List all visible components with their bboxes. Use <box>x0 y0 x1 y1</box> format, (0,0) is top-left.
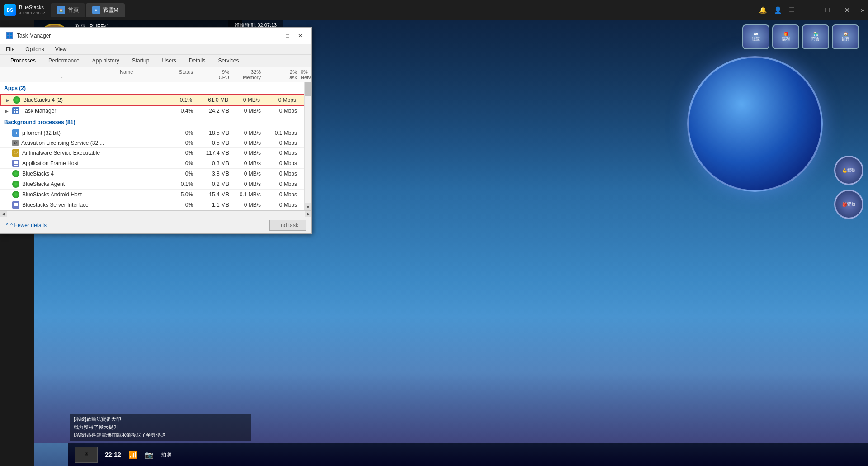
tm-scroll-thumb[interactable] <box>305 82 311 96</box>
row-appframehost-memory: 0.3 MB <box>197 160 233 166</box>
bsagent-proc-icon <box>12 181 19 188</box>
svg-rect-4 <box>14 109 15 110</box>
row-bs4-name: BlueStacks 4 <box>22 171 54 177</box>
bsserver-proc-icon <box>12 201 19 209</box>
tab-apphistory[interactable]: App history <box>86 55 126 67</box>
top-icon-home[interactable]: 🏠首頁 <box>832 24 859 49</box>
col-network[interactable]: 0% Network <box>301 69 308 80</box>
row-antimalware[interactable]: ▶ 🛡 Antimalware Service Executable 0% 11… <box>0 148 311 158</box>
taskman-proc-icon <box>12 107 19 114</box>
action-btn-bag[interactable]: 🎒背包 <box>834 190 863 219</box>
tab-users[interactable]: Users <box>156 55 182 67</box>
row-utorrent-disk: 0 MB/s <box>233 130 264 136</box>
expand-icon[interactable]: » <box>861 6 864 14</box>
row-bluestacks4-2[interactable]: ▶ BlueStacks 4 (2) 0.1% 61.0 MB 0 MB/s 0… <box>0 94 311 106</box>
account-icon[interactable]: 👤 <box>774 6 782 14</box>
tab-details[interactable]: Details <box>183 55 212 67</box>
row-bluestacks-memory: 61.0 MB <box>196 97 232 103</box>
tab-game[interactable]: ⚔ 戰靈M <box>86 3 125 17</box>
tm-menu-file[interactable]: File <box>4 45 16 53</box>
tm-close-button[interactable]: ✕ <box>294 31 306 40</box>
tm-bottom-bar: ^ ^ Fewer details End task <box>0 217 311 233</box>
tm-menu-options[interactable]: Options <box>24 45 46 53</box>
bluestacks-logo-icon: BS <box>4 4 16 16</box>
close-button[interactable]: ✕ <box>840 5 854 15</box>
taskbar-photo-label: 拍照 <box>161 451 172 459</box>
svg-rect-8 <box>14 161 18 164</box>
strengthen-label: 變強 <box>847 167 855 173</box>
row-activation-memory: 0.5 MB <box>197 140 233 146</box>
row-bs4-cpu: 0% <box>165 171 197 177</box>
row-utorrent-name-cell: ▶ μ μTorrent (32 bit) <box>4 129 120 137</box>
row-bsagent-disk: 0 MB/s <box>233 181 264 187</box>
minimize-button[interactable]: ─ <box>802 5 814 15</box>
row-bsagent[interactable]: ▶ BlueStacks Agent 0.1% 0.2 MB 0 MB/s 0 … <box>0 179 311 190</box>
tab-services[interactable]: Services <box>212 55 245 67</box>
row-bs4-memory: 3.8 MB <box>197 171 233 177</box>
col-memory-pct: 32% <box>233 69 261 75</box>
svg-rect-9 <box>14 165 18 166</box>
shop-label: 商會 <box>811 36 820 42</box>
row-appframehost-disk: 0 MB/s <box>233 160 264 166</box>
menu-icon[interactable]: ☰ <box>789 6 795 14</box>
row-appframehost-network: 0 Mbps <box>264 160 301 166</box>
row-task-manager[interactable]: ▶ Task Manager 0.4% 24.2 MB 0 MB/s <box>0 106 311 116</box>
bag-label: 背包 <box>847 201 855 207</box>
tm-window-icon <box>6 32 13 39</box>
notification-icon[interactable]: 🔔 <box>759 6 767 14</box>
expand-bluestacks-icon[interactable]: ▶ <box>5 97 10 103</box>
row-bluestacks-name: BlueStacks 4 (2) <box>23 97 63 103</box>
activation-proc-icon: ⚙ <box>12 140 19 146</box>
taskbar-desktop-icon: 🖥 <box>75 447 98 463</box>
action-btn-strengthen[interactable]: 💪變強 <box>834 156 863 185</box>
row-bluestacks4[interactable]: ▶ BlueStacks 4 0% 3.8 MB 0 MB/s 0 Mbps <box>0 169 311 179</box>
col-cpu[interactable]: 9% CPU <box>197 69 233 80</box>
top-icon-shop[interactable]: 🏪商會 <box>802 24 829 49</box>
tm-title-text: Task Manager <box>17 33 51 39</box>
bg-section-header[interactable]: Background processes (81) <box>0 116 311 128</box>
fewer-details-button[interactable]: ^ ^ Fewer details <box>6 222 47 228</box>
tab-startup[interactable]: Startup <box>126 55 156 67</box>
end-task-button[interactable]: End task <box>269 220 306 231</box>
row-activation-cpu: 0% <box>165 140 197 146</box>
row-bsagent-memory: 0.2 MB <box>197 181 233 187</box>
row-bsandroid-name-cell: ▶ BlueStacks Android Host <box>4 191 120 198</box>
row-bluestacks-name-cell: ▶ BlueStacks 4 (2) <box>5 96 119 104</box>
row-utorrent[interactable]: ▶ μ μTorrent (32 bit) 0% 18.5 MB 0 MB/s … <box>0 128 311 138</box>
col-memory[interactable]: 32% Memory <box>233 69 264 80</box>
row-utorrent-cpu: 0% <box>165 130 197 136</box>
tm-maximize-button[interactable]: □ <box>282 31 293 40</box>
top-icon-welfare[interactable]: 🎁福利 <box>772 24 799 49</box>
col-cpu-pct: 9% <box>197 69 229 75</box>
tab-processes[interactable]: Processes <box>4 55 42 67</box>
expand-taskman-icon[interactable]: ▶ <box>4 108 9 114</box>
tm-table-container: Apps (2) ▶ BlueStacks 4 (2) 0.1% 61.0 MB… <box>0 82 311 210</box>
svg-rect-7 <box>16 111 18 113</box>
row-bsandroid-disk: 0.1 MB/s <box>233 191 264 198</box>
tm-minimize-button[interactable]: ─ <box>269 31 281 40</box>
top-icon-community[interactable]: 🏘社區 <box>742 24 769 49</box>
col-memory-label: Memory <box>233 75 261 80</box>
row-appframehost[interactable]: ▶ Application Frame Host 0% 0.3 MB 0 MB/… <box>0 158 311 169</box>
apps-section-header[interactable]: Apps (2) <box>0 82 311 94</box>
tm-scrollbar[interactable]: ▼ <box>304 82 311 210</box>
tm-h-scroll-right-btn[interactable]: ▶ <box>305 211 311 217</box>
taskbar-wifi-icon: 📶 <box>128 451 137 459</box>
appframehost-proc-icon <box>12 160 19 167</box>
tab-home[interactable]: 🏠 首頁 <box>51 3 85 17</box>
tm-h-scroll-track[interactable] <box>7 211 305 217</box>
maximize-button[interactable]: □ <box>822 5 834 15</box>
col-network-label: Network <box>301 75 304 80</box>
tab-performance[interactable]: Performance <box>42 55 86 67</box>
col-disk[interactable]: 2% Disk <box>264 69 301 80</box>
tm-menu-view[interactable]: View <box>53 45 69 53</box>
bsandroid-proc-icon <box>12 191 19 198</box>
tm-titlebar: Task Manager ─ □ ✕ <box>0 28 311 44</box>
row-antimalware-memory: 117.4 MB <box>197 150 233 156</box>
row-bsandroidhost[interactable]: ▶ BlueStacks Android Host 5.0% 15.4 MB 0… <box>0 190 311 200</box>
row-bsserver[interactable]: ▶ Bluestacks Server Interface 0% 1.1 MB … <box>0 200 311 210</box>
tm-h-scroll-left-btn[interactable]: ◀ <box>0 211 7 217</box>
fewer-details-label: ^ Fewer details <box>10 222 47 228</box>
tm-scroll-down-btn[interactable]: ▼ <box>305 203 311 210</box>
row-activation[interactable]: ▶ ⚙ Activation Licensing Service (32 ...… <box>0 138 311 148</box>
